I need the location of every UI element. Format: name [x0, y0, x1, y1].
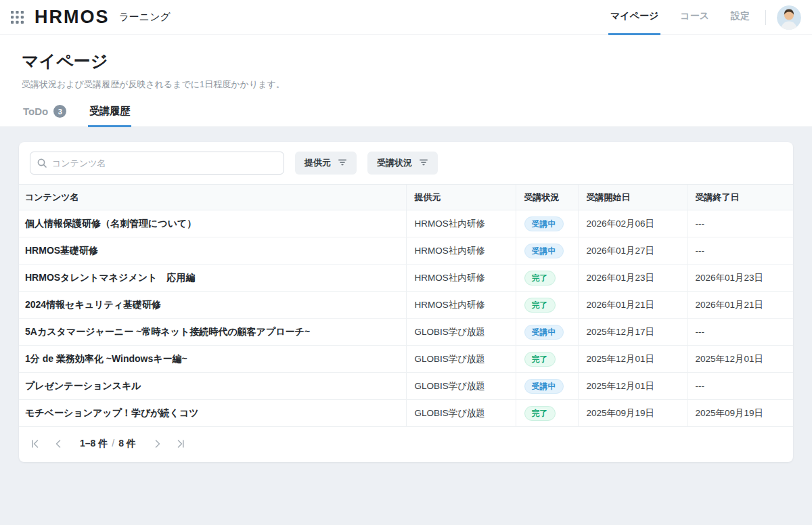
top-header: HRMOS ラーニング マイページ コース 設定: [0, 0, 812, 35]
header-left: HRMOS ラーニング: [8, 0, 171, 35]
table-row[interactable]: 2024情報セキュリティ基礎研修 HRMOS社内研修 完了 2026年01月21…: [19, 292, 793, 319]
status-badge: 受講中: [524, 244, 564, 258]
tab-bar: ToDo 3 受講履歴: [0, 105, 812, 127]
cell-content-name: 2024情報セキュリティ基礎研修: [19, 292, 406, 319]
filter-lines-icon: [419, 158, 428, 169]
history-table: コンテンツ名 提供元 受講状況 受講開始日 受講終了日 個人情報保護研修（名刺管…: [19, 184, 793, 427]
table-row[interactable]: プレゼンテーションスキル GLOBIS学び放題 受講中 2025年12月01日 …: [19, 373, 793, 400]
filter-lines-icon: [338, 158, 347, 169]
cell-start-date: 2025年12月01日: [578, 373, 687, 400]
cell-end-date: ---: [687, 319, 793, 346]
col-header-start-date: 受講開始日: [578, 185, 687, 210]
table-row[interactable]: HRMOS基礎研修 HRMOS社内研修 受講中 2026年01月27日 ---: [19, 237, 793, 265]
history-card: 提供元 受講状況: [19, 142, 793, 462]
col-header-end-date: 受講終了日: [687, 185, 793, 210]
page-info-separator: /: [112, 438, 114, 450]
col-header-status: 受講状況: [516, 185, 578, 210]
first-page-button[interactable]: [27, 435, 45, 453]
status-badge: 受講中: [524, 325, 564, 340]
cell-provider: GLOBIS学び放題: [406, 346, 516, 373]
cell-end-date: 2025年12月01日: [687, 346, 793, 373]
col-header-content-name: コンテンツ名: [19, 185, 406, 210]
cell-provider: HRMOS社内研修: [406, 210, 516, 237]
table-row[interactable]: 個人情報保護研修（名刺管理について） HRMOS社内研修 受講中 2026年02…: [19, 210, 793, 237]
top-nav: マイページ コース 設定: [608, 0, 752, 35]
app-launcher-grid-icon[interactable]: [11, 11, 24, 24]
cell-end-date: ---: [687, 373, 793, 400]
status-badge: 完了: [524, 298, 556, 313]
col-header-provider: 提供元: [406, 185, 516, 210]
cell-start-date: 2026年02月06日: [578, 210, 687, 237]
status-badge: 完了: [524, 406, 556, 421]
tab-history[interactable]: 受講履歴: [88, 105, 131, 127]
filter-provider-button[interactable]: 提供元: [295, 152, 357, 175]
filter-status-label: 受講状況: [377, 157, 412, 169]
page-subtitle: 受講状況および受講履歴が反映されるまでに1日程度かかります。: [22, 78, 790, 91]
cell-end-date: 2026年01月23日: [687, 265, 793, 292]
filter-provider-label: 提供元: [304, 157, 331, 169]
cell-status: 完了: [516, 346, 578, 373]
cell-start-date: 2026年01月27日: [578, 237, 687, 265]
page-title: マイページ: [22, 50, 790, 72]
cell-content-name: 個人情報保護研修（名刺管理について）: [19, 210, 406, 237]
last-page-button[interactable]: [171, 435, 189, 453]
table-row[interactable]: 5Aカスタマージャーニー ~常時ネット接続時代の顧客アプローチ~ GLOBIS学…: [19, 319, 793, 346]
tab-history-label: 受講履歴: [89, 105, 130, 118]
table-body: 個人情報保護研修（名刺管理について） HRMOS社内研修 受講中 2026年02…: [19, 210, 793, 427]
cell-provider: HRMOS社内研修: [406, 265, 516, 292]
cell-provider: HRMOS社内研修: [406, 237, 516, 265]
hrmos-logo: HRMOS: [35, 7, 110, 28]
nav-item-course[interactable]: コース: [678, 0, 711, 35]
user-avatar[interactable]: [777, 5, 801, 30]
cell-provider: HRMOS社内研修: [406, 292, 516, 319]
table-row[interactable]: HRMOSタレントマネジメント 応用編 HRMOS社内研修 完了 2026年01…: [19, 265, 793, 292]
cell-content-name: モチベーションアップ！学びが続くコツ: [19, 400, 406, 427]
next-page-button[interactable]: [148, 435, 166, 453]
prev-page-button[interactable]: [50, 435, 68, 453]
tab-todo[interactable]: ToDo 3: [22, 105, 68, 127]
table-row[interactable]: モチベーションアップ！学びが続くコツ GLOBIS学び放題 完了 2025年09…: [19, 400, 793, 427]
cell-end-date: 2026年01月21日: [687, 292, 793, 319]
cell-end-date: ---: [687, 237, 793, 265]
search-icon: [37, 158, 47, 168]
status-badge: 完了: [524, 271, 556, 286]
nav-item-settings[interactable]: 設定: [729, 0, 752, 35]
cell-provider: GLOBIS学び放題: [406, 400, 516, 427]
page-header-section: マイページ 受講状況および受講履歴が反映されるまでに1日程度かかります。 ToD…: [0, 35, 812, 127]
tab-todo-label: ToDo: [23, 106, 48, 117]
cell-content-name: 1分 de 業務効率化 ~Windowsキー編~: [19, 346, 406, 373]
table-row[interactable]: 1分 de 業務効率化 ~Windowsキー編~ GLOBIS学び放題 完了 2…: [19, 346, 793, 373]
filter-toolbar: 提供元 受講状況: [19, 142, 793, 184]
page-total: 8 件: [118, 438, 136, 450]
cell-start-date: 2025年09月19日: [578, 400, 687, 427]
status-badge: 受講中: [524, 216, 564, 231]
cell-content-name: HRMOSタレントマネジメント 応用編: [19, 265, 406, 292]
cell-status: 完了: [516, 400, 578, 427]
todo-count-badge: 3: [53, 105, 66, 118]
page-range: 1–8 件: [80, 438, 108, 450]
page-info: 1–8 件 / 8 件: [80, 438, 136, 450]
filter-status-button[interactable]: 受講状況: [367, 152, 438, 175]
cell-start-date: 2026年01月21日: [578, 292, 687, 319]
cell-content-name: プレゼンテーションスキル: [19, 373, 406, 400]
status-badge: 受講中: [524, 379, 564, 394]
cell-content-name: 5Aカスタマージャーニー ~常時ネット接続時代の顧客アプローチ~: [19, 319, 406, 346]
cell-status: 受講中: [516, 237, 578, 265]
pagination: 1–8 件 / 8 件: [19, 427, 793, 462]
cell-status: 受講中: [516, 373, 578, 400]
cell-provider: GLOBIS学び放題: [406, 373, 516, 400]
cell-content-name: HRMOS基礎研修: [19, 237, 406, 265]
header-divider: [765, 10, 766, 25]
cell-start-date: 2026年01月23日: [578, 265, 687, 292]
cell-end-date: 2025年09月19日: [687, 400, 793, 427]
search-input[interactable]: [30, 152, 284, 175]
cell-status: 受講中: [516, 210, 578, 237]
cell-end-date: ---: [687, 210, 793, 237]
nav-item-mypage[interactable]: マイページ: [608, 0, 660, 35]
cell-provider: GLOBIS学び放題: [406, 319, 516, 346]
search-box: [30, 152, 284, 175]
cell-start-date: 2025年12月17日: [578, 319, 687, 346]
cell-status: 完了: [516, 292, 578, 319]
main-content: 提供元 受講状況: [0, 127, 812, 477]
header-right: マイページ コース 設定: [608, 0, 801, 35]
